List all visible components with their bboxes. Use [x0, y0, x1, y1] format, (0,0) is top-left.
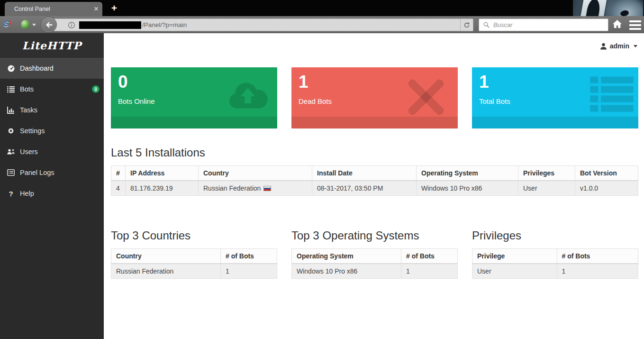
gear-icon — [7, 127, 15, 135]
panel-logs-icon — [7, 169, 15, 176]
tasks-chart-icon — [7, 106, 15, 114]
installations-title: Last 5 Installations — [111, 146, 638, 159]
sidebar-item-label: Settings — [20, 127, 45, 135]
cell-count: 1 — [557, 264, 638, 279]
sidebar-item-label: Panel Logs — [20, 169, 54, 176]
col-header: # of Bots — [221, 249, 277, 264]
sidebar-item-tasks[interactable]: Tasks — [0, 100, 104, 120]
back-arrow-icon — [45, 21, 53, 29]
tab-bar: Control Panel × + — [0, 0, 644, 16]
users-icon — [7, 148, 15, 156]
top-countries-table: Country # of Bots Russian Federation 1 — [111, 248, 277, 279]
top-countries-title: Top 3 Countries — [111, 229, 277, 242]
home-icon — [612, 19, 623, 28]
sidebar-item-label: Dashboard — [20, 64, 54, 72]
bots-count-badge: 0 — [92, 85, 100, 93]
col-header: Privilege — [472, 249, 557, 264]
url-bar[interactable]: /Panel/?p=main — [53, 18, 473, 31]
chevron-down-icon[interactable] — [634, 45, 637, 47]
cell-country: Russian Federation — [111, 264, 221, 279]
sidebar-item-users[interactable]: Users — [0, 141, 104, 162]
cell-country: Russian Federation — [199, 181, 312, 196]
table-row: 4 81.176.239.19 Russian Federation 08-31… — [111, 181, 638, 196]
menu-button[interactable] — [629, 20, 641, 30]
username-dropdown[interactable]: admin — [610, 42, 629, 50]
torbutton-caret-icon[interactable] — [32, 24, 36, 26]
top-user-bar: admin — [104, 33, 644, 59]
sidebar-item-settings[interactable]: Settings — [0, 120, 104, 141]
cell-id: 4 — [111, 181, 126, 196]
info-icon[interactable] — [68, 21, 75, 29]
cell-os: Windows 10 Pro x86 — [292, 264, 401, 279]
stat-cards-row: 0 Bots Online 1 Dead Bots 1 — [111, 67, 638, 128]
th-list-icon — [590, 76, 634, 116]
back-button[interactable] — [41, 17, 57, 33]
cell-privileges: User — [518, 181, 575, 196]
search-input[interactable]: Buscar — [479, 18, 608, 31]
search-placeholder: Buscar — [493, 21, 512, 28]
top-os-title: Top 3 Operating Systems — [291, 229, 458, 242]
table-row: Russian Federation 1 — [111, 264, 277, 279]
tab-title: Control Panel — [14, 6, 50, 12]
cloud-upload-icon — [225, 75, 271, 114]
top-os-table: Operating System # of Bots Windows 10 Pr… — [291, 248, 458, 279]
installations-table: # IP Address Country Install Date Operat… — [111, 165, 638, 196]
sidebar-item-dashboard[interactable]: Dashboard — [0, 58, 104, 79]
dashboard-icon — [7, 64, 15, 73]
col-header: # of Bots — [401, 249, 458, 264]
sidebar: LiteHTTP Dashboard Bots 0 Tasks Setting — [0, 33, 104, 339]
app-logo: LiteHTTP — [0, 33, 104, 58]
reload-icon — [463, 22, 470, 28]
cell-bot-version: v1.0.0 — [575, 181, 638, 196]
card-footer-strip — [111, 117, 277, 128]
sidebar-item-bots[interactable]: Bots 0 — [0, 79, 104, 100]
col-header: Bot Version — [575, 166, 638, 181]
cell-os: Windows 10 Pro x86 — [417, 181, 518, 196]
cell-ip: 81.176.239.19 — [126, 181, 199, 196]
table-row: User 1 — [472, 264, 638, 279]
browser-tab[interactable]: Control Panel × — [5, 2, 102, 16]
col-header: Operating System — [417, 166, 518, 181]
cell-count: 1 — [401, 264, 458, 279]
dead-bots-card[interactable]: 1 Dead Bots — [291, 67, 458, 128]
col-header: IP Address — [126, 166, 199, 181]
hamburger-icon — [629, 20, 641, 22]
col-header: Country — [199, 166, 312, 181]
col-header: # of Bots — [557, 249, 638, 264]
privileges-section: Privileges Privilege # of Bots User 1 — [472, 229, 638, 279]
sidebar-item-label: Bots — [20, 85, 34, 93]
reload-button[interactable] — [460, 19, 473, 31]
torbutton-onion-icon[interactable] — [21, 20, 30, 29]
top-countries-section: Top 3 Countries Country # of Bots Russia… — [111, 229, 277, 279]
card-footer-strip — [472, 117, 638, 128]
col-header: Install Date — [312, 166, 417, 181]
home-button[interactable] — [612, 19, 623, 30]
total-bots-card[interactable]: 1 Total Bots — [472, 67, 638, 128]
table-row: Windows 10 Pro x86 1 — [292, 264, 458, 279]
top-os-section: Top 3 Operating Systems Operating System… — [291, 229, 458, 279]
user-avatar-icon — [600, 43, 607, 50]
url-path: /Panel/?p=main — [142, 21, 187, 28]
sidebar-item-label: Tasks — [20, 106, 37, 114]
help-icon: ? — [7, 190, 15, 198]
search-icon — [483, 21, 490, 28]
russian-federation-flag-icon — [263, 186, 271, 191]
x-mark-icon — [406, 77, 446, 119]
cell-install-date: 08-31-2017, 03:50 PM — [312, 181, 417, 196]
bots-list-icon — [7, 85, 15, 93]
sidebar-item-label: Help — [20, 190, 34, 197]
cell-count: 1 — [221, 264, 277, 279]
sidebar-item-panel-logs[interactable]: Panel Logs — [0, 162, 104, 183]
scrapbook-addon-icon[interactable]: S! — [4, 20, 11, 28]
bots-online-card[interactable]: 0 Bots Online — [111, 67, 277, 128]
new-tab-button[interactable]: + — [108, 3, 120, 14]
sidebar-item-help[interactable]: ? Help — [0, 183, 104, 204]
col-header: Privileges — [518, 166, 575, 181]
privileges-table: Privilege # of Bots User 1 — [472, 248, 638, 279]
redacted-host — [79, 21, 141, 29]
cell-privilege: User — [472, 264, 557, 279]
col-header: Operating System — [292, 249, 401, 264]
tab-close-icon[interactable]: × — [94, 2, 99, 16]
card-footer-strip — [291, 117, 458, 128]
browser-chrome: Control Panel × + S! /Panel/?p=main Busc… — [0, 0, 644, 33]
